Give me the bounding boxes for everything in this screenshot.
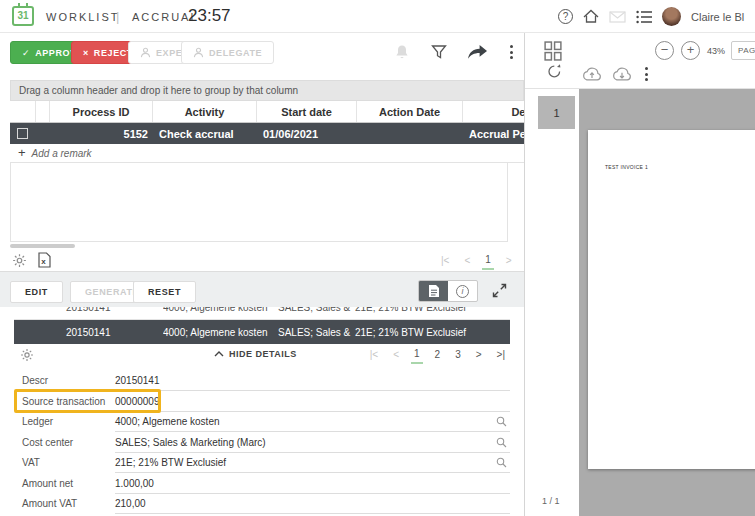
pager-page-1[interactable]: 1 xyxy=(482,253,494,270)
document-icon xyxy=(428,284,440,298)
thumbnails-toggle-icon[interactable] xyxy=(544,41,562,61)
cost-center-input[interactable]: SALES; Sales & Marketing (Marc) xyxy=(115,437,266,448)
group-by-drop-zone[interactable]: Drag a column header and drop it here to… xyxy=(10,80,524,101)
field-vat: VAT 21E; 21% BTW Exclusief xyxy=(0,453,524,473)
column-header-action-date[interactable]: Action Date xyxy=(357,101,463,122)
cell-action-date xyxy=(357,123,463,144)
cell-descr: 20150141 xyxy=(50,320,163,344)
svg-text:x: x xyxy=(41,257,46,266)
descr-input[interactable]: 20150141 xyxy=(115,375,160,386)
add-remark-label: Add a remark xyxy=(32,148,92,159)
check-icon: ✓ xyxy=(22,48,30,58)
pager-prev-icon[interactable]: < xyxy=(390,348,402,363)
cloud-upload-icon[interactable] xyxy=(581,66,603,81)
fit-page-button[interactable]: PAGE xyxy=(731,41,755,60)
transaction-row-partial[interactable]: 20150141 4000; Algemene kosten SALES; Sa… xyxy=(14,307,510,320)
field-amount-net: Amount net 1.000,00 xyxy=(0,474,524,494)
pager-first-icon[interactable]: |< xyxy=(367,348,381,363)
row-checkbox[interactable] xyxy=(17,128,28,139)
zoom-level: 43% xyxy=(707,46,725,56)
horizontal-scrollbar[interactable] xyxy=(10,244,75,248)
search-lookup-icon[interactable] xyxy=(496,437,507,448)
settings-gear-icon[interactable] xyxy=(12,253,27,268)
cell-cost-center: SALES; Sales & Marketing (M xyxy=(278,307,352,319)
column-header-process-id[interactable]: Process ID xyxy=(50,101,153,122)
cell-vat: 21E; 21% BTW Exclusief xyxy=(352,320,510,344)
document-title-text: TEST INVOICE 1 xyxy=(605,164,648,170)
field-amount-vat: Amount VAT 210,00 xyxy=(0,494,524,514)
field-label: Descr xyxy=(22,375,48,386)
view-toggle-group: i xyxy=(418,280,478,302)
mail-icon[interactable] xyxy=(609,11,626,23)
pager-page-1[interactable]: 1 xyxy=(411,347,423,364)
document-view-toggle[interactable] xyxy=(419,281,448,301)
detail-panel-toolbar: EDIT GENERATE RESET i xyxy=(0,271,524,307)
field-label: Amount VAT xyxy=(22,498,77,509)
cell-start-date: 01/06/2021 xyxy=(257,123,357,144)
reset-button[interactable]: RESET xyxy=(133,281,196,303)
document-viewer-pane: − + 43% PAGE 1 1 / 1 TEST INVOICE 1 xyxy=(525,33,755,516)
person-icon xyxy=(193,47,204,58)
hide-details-button[interactable]: HIDE DETAILS xyxy=(214,349,297,359)
app-title: WORKLIST xyxy=(46,11,119,23)
refresh-icon[interactable] xyxy=(546,63,563,80)
zoom-in-icon[interactable]: + xyxy=(681,41,700,60)
user-name[interactable]: Claire le Bl xyxy=(691,11,744,23)
transaction-row-selected[interactable]: 20150141 4000; Algemene kosten SALES; Sa… xyxy=(14,320,510,344)
thumbnail-strip: 1 1 / 1 xyxy=(525,89,579,516)
delegate-button[interactable]: DELEGATE xyxy=(181,41,274,64)
cell-activity: Check accrual xyxy=(153,123,257,144)
ledger-input[interactable]: 4000; Algemene kosten xyxy=(115,416,220,427)
field-descr: Descr 20150141 xyxy=(0,371,524,391)
amount-vat-input[interactable]: 210,00 xyxy=(115,498,146,509)
more-options-icon[interactable] xyxy=(508,43,515,61)
info-view-toggle[interactable]: i xyxy=(448,281,477,301)
filter-icon[interactable] xyxy=(431,44,447,60)
worklist-row-selected[interactable]: 5152 Check accrual 01/06/2021 Accrual Pe… xyxy=(10,123,524,144)
home-icon[interactable] xyxy=(583,9,599,24)
pager-prev-icon[interactable]: < xyxy=(461,254,473,269)
task-list-icon[interactable] xyxy=(636,10,652,24)
edit-button[interactable]: EDIT xyxy=(10,281,63,303)
app-window: 31 WORKLIST | ACCRUAL 23:57 ? Claire le … xyxy=(0,0,755,516)
cell-descr: 20150141 xyxy=(50,307,163,319)
pager-next-icon[interactable]: > xyxy=(473,348,485,363)
cloud-download-icon[interactable] xyxy=(611,66,633,81)
viewer-more-options-icon[interactable] xyxy=(643,65,650,83)
vat-input[interactable]: 21E; 21% BTW Exclusief xyxy=(115,457,226,468)
forward-share-icon[interactable] xyxy=(468,45,487,60)
pager-page-3[interactable]: 3 xyxy=(452,348,464,363)
app-header: 31 WORKLIST | ACCRUAL 23:57 ? Claire le … xyxy=(0,0,755,33)
help-icon[interactable]: ? xyxy=(558,9,573,24)
pager-next-icon[interactable]: > xyxy=(503,254,515,269)
cell-process-id: 5152 xyxy=(50,123,153,144)
transaction-lines-grid: 20150141 4000; Algemene kosten SALES; Sa… xyxy=(14,307,510,344)
amount-net-input[interactable]: 1.000,00 xyxy=(115,478,154,489)
chevron-up-icon xyxy=(214,351,224,357)
search-lookup-icon[interactable] xyxy=(496,416,507,427)
search-lookup-icon[interactable] xyxy=(496,457,507,468)
column-header-activity[interactable]: Activity xyxy=(153,101,257,122)
pager-last-icon[interactable]: >| xyxy=(494,348,508,363)
pager-first-icon[interactable]: |< xyxy=(438,254,452,269)
info-icon: i xyxy=(456,285,469,298)
field-label: Cost center xyxy=(22,437,73,448)
title-separator: | xyxy=(116,9,119,24)
page-thumbnail[interactable]: 1 xyxy=(538,96,575,129)
settings-gear-icon[interactable] xyxy=(20,348,34,362)
details-toolbar: HIDE DETAILS |< < 1 2 3 > >| xyxy=(14,346,510,366)
document-preview-area: TEST INVOICE 1 xyxy=(579,89,755,516)
pager-page-2[interactable]: 2 xyxy=(432,348,444,363)
export-excel-icon[interactable]: x xyxy=(38,252,51,268)
zoom-out-icon[interactable]: − xyxy=(655,41,674,60)
field-label: Ledger xyxy=(22,416,53,427)
add-remark-button[interactable]: + Add a remark xyxy=(10,144,524,163)
cell-ledger: 4000; Algemene kosten xyxy=(163,320,278,344)
document-page[interactable]: TEST INVOICE 1 xyxy=(588,130,755,469)
notifications-bell-icon[interactable] xyxy=(394,44,410,61)
person-icon xyxy=(140,47,151,58)
user-avatar[interactable] xyxy=(662,7,681,26)
calendar-logo-icon: 31 xyxy=(12,6,34,26)
expand-panel-icon[interactable] xyxy=(492,283,507,298)
column-header-start-date[interactable]: Start date xyxy=(257,101,357,122)
